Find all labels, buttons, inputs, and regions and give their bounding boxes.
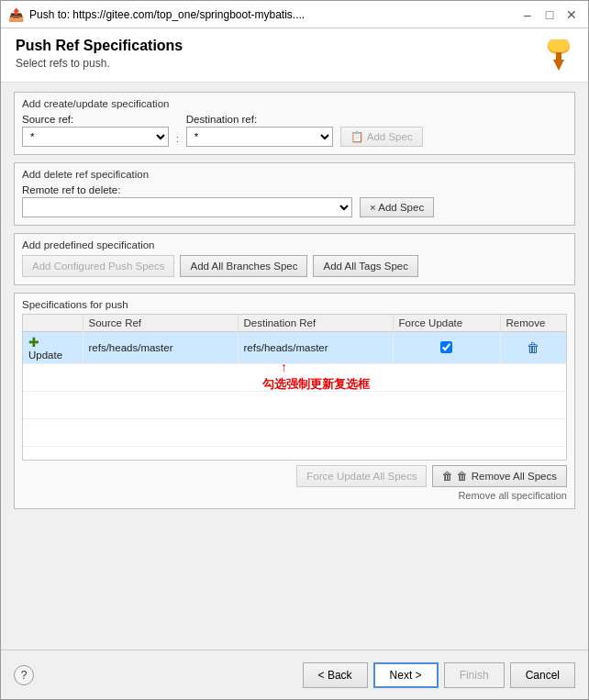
predefined-title: Add predefined specification bbox=[22, 239, 567, 250]
header-text: Push Ref Specifications Select refs to p… bbox=[16, 38, 183, 70]
add-spec-icon: 📋 bbox=[350, 130, 363, 143]
row-force-update-cell bbox=[393, 332, 500, 364]
row-remove-cell: 🗑 bbox=[500, 332, 566, 364]
table-header-row: Source Ref Destination Ref Force Update … bbox=[23, 315, 566, 332]
remove-all-icon: 🗑 bbox=[442, 471, 453, 482]
col-source: Source Ref bbox=[83, 315, 238, 332]
table-action-row: Force Update All Specs 🗑 🗑 Remove All Sp… bbox=[22, 465, 567, 487]
empty-row-3 bbox=[23, 419, 566, 447]
push-icon bbox=[544, 39, 573, 74]
force-update-checkbox[interactable] bbox=[440, 341, 452, 353]
force-update-all-specs-button[interactable]: Force Update All Specs bbox=[296, 465, 427, 487]
page-subtitle: Select refs to push. bbox=[16, 57, 183, 70]
add-spec-create-button[interactable]: 📋 Add Spec bbox=[340, 127, 423, 147]
help-button[interactable]: ? bbox=[14, 665, 34, 685]
window-controls: – □ ✕ bbox=[518, 6, 581, 24]
add-spec-delete-button[interactable]: × Add Spec bbox=[360, 197, 434, 217]
remote-ref-select[interactable] bbox=[22, 197, 352, 217]
col-mode bbox=[23, 315, 83, 332]
remove-hint: Remove all specification bbox=[22, 490, 567, 501]
remove-all-specs-button[interactable]: 🗑 🗑 Remove All Specs bbox=[432, 465, 567, 487]
table-row: ✚ Update refs/heads/master refs/heads/ma… bbox=[23, 332, 566, 364]
add-all-branches-spec-button[interactable]: Add All Branches Spec bbox=[180, 255, 307, 277]
delete-ref-form: Remote ref to delete: × Add Spec bbox=[22, 184, 567, 217]
content-area: Add create/update specification Source r… bbox=[1, 83, 588, 650]
separator: : bbox=[176, 134, 179, 147]
footer-right: < Back Next > Finish Cancel bbox=[303, 662, 575, 688]
window-icon: 📤 bbox=[8, 7, 24, 22]
dest-ref-select[interactable]: * bbox=[186, 127, 333, 147]
cancel-button[interactable]: Cancel bbox=[510, 662, 575, 688]
create-update-title: Add create/update specification bbox=[22, 98, 567, 109]
title-bar: 📤 Push to: https://gitee.com/top_one/spr… bbox=[1, 1, 588, 28]
finish-button[interactable]: Finish bbox=[444, 662, 505, 688]
col-dest: Destination Ref bbox=[238, 315, 393, 332]
specs-title: Specifications for push bbox=[22, 299, 567, 310]
close-button[interactable]: ✕ bbox=[562, 6, 581, 24]
predefined-buttons: Add Configured Push Specs Add All Branch… bbox=[22, 255, 567, 277]
add-spec-delete-label: × Add Spec bbox=[370, 202, 424, 213]
predefined-section: Add predefined specification Add Configu… bbox=[14, 233, 575, 285]
maximize-button[interactable]: □ bbox=[540, 6, 559, 24]
empty-row-2 bbox=[23, 392, 566, 419]
window-title: Push to: https://gitee.com/top_one/sprin… bbox=[29, 8, 305, 21]
main-window: 📤 Push to: https://gitee.com/top_one/spr… bbox=[0, 0, 589, 700]
next-button[interactable]: Next > bbox=[373, 662, 439, 688]
dest-ref-group: Destination ref: * bbox=[186, 114, 333, 147]
footer: ? < Back Next > Finish Cancel bbox=[1, 650, 588, 699]
add-all-tags-spec-button[interactable]: Add All Tags Spec bbox=[313, 255, 418, 277]
specs-table: Source Ref Destination Ref Force Update … bbox=[23, 315, 566, 447]
remote-ref-label: Remote ref to delete: bbox=[22, 184, 352, 195]
row-mode-cell: ✚ Update bbox=[23, 332, 83, 364]
page-title: Push Ref Specifications bbox=[16, 38, 183, 54]
create-update-form: Source ref: * : Destination ref: * 📋 Add… bbox=[22, 114, 567, 147]
remote-ref-group: Remote ref to delete: bbox=[22, 184, 352, 217]
row-dest-ref: refs/heads/master bbox=[238, 332, 393, 364]
back-button[interactable]: < Back bbox=[303, 662, 368, 688]
source-ref-group: Source ref: * bbox=[22, 114, 169, 147]
add-configured-push-specs-button[interactable]: Add Configured Push Specs bbox=[22, 255, 174, 277]
footer-left: ? bbox=[14, 665, 34, 685]
title-bar-left: 📤 Push to: https://gitee.com/top_one/spr… bbox=[8, 7, 305, 22]
header-area: Push Ref Specifications Select refs to p… bbox=[1, 28, 588, 83]
row-source-ref: refs/heads/master bbox=[83, 332, 238, 364]
col-remove: Remove bbox=[500, 315, 566, 332]
source-ref-select[interactable]: * bbox=[22, 127, 169, 147]
delete-ref-title: Add delete ref specification bbox=[22, 169, 567, 180]
empty-row-1 bbox=[23, 364, 566, 392]
row-mode-label: Update bbox=[28, 350, 62, 361]
push-icon-area bbox=[544, 39, 573, 74]
specs-for-push-section: Specifications for push Source Ref Desti… bbox=[14, 293, 575, 509]
specs-table-wrapper: Source Ref Destination Ref Force Update … bbox=[22, 314, 567, 461]
col-force-update: Force Update bbox=[393, 315, 500, 332]
minimize-button[interactable]: – bbox=[518, 6, 537, 24]
trash-icon[interactable]: 🗑 bbox=[527, 340, 539, 355]
svg-marker-3 bbox=[553, 60, 564, 71]
delete-ref-section: Add delete ref specification Remote ref … bbox=[14, 162, 575, 226]
source-ref-label: Source ref: bbox=[22, 114, 169, 125]
update-icon: ✚ bbox=[28, 335, 39, 350]
create-update-section: Add create/update specification Source r… bbox=[14, 92, 575, 155]
dest-ref-label: Destination ref: bbox=[186, 114, 333, 125]
